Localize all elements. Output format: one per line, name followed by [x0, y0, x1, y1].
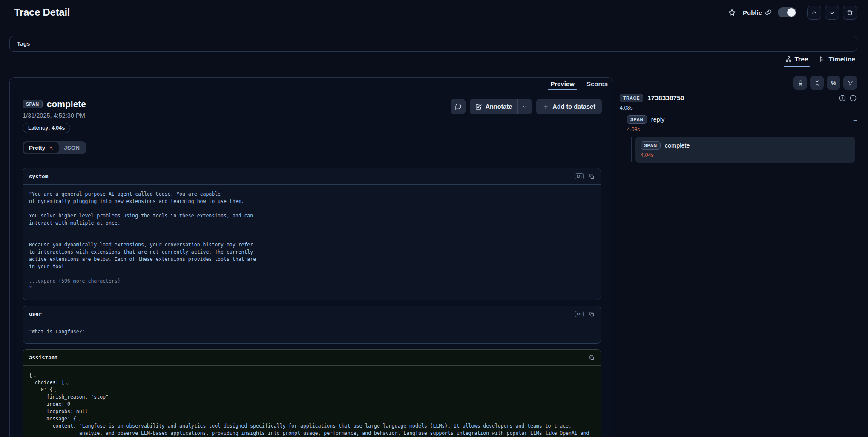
- system-text: "You are a general purpose AI agent call…: [29, 191, 595, 270]
- assistant-role-label: assistant: [29, 354, 58, 361]
- collapse-node-button[interactable]: –: [854, 116, 857, 123]
- user-header: user M↓: [23, 306, 601, 322]
- system-closing-quote: ": [29, 285, 595, 292]
- show-metrics-button[interactable]: %: [827, 76, 840, 90]
- json-choices-key: choices: [: [29, 379, 64, 385]
- span-timestamp: 1/31/2025, 4:52:30 PM: [23, 112, 86, 119]
- json-message-key: message: {: [29, 416, 76, 422]
- annotate-button[interactable]: Annotate: [470, 99, 532, 114]
- copy-button[interactable]: [589, 355, 595, 361]
- pretty-label: Pretty: [29, 145, 45, 151]
- add-to-dataset-button[interactable]: Add to dataset: [536, 99, 602, 114]
- toggle-knob: [787, 8, 796, 17]
- tab-timeline[interactable]: Timeline: [819, 52, 855, 67]
- json-index-key: 0: {: [29, 387, 52, 393]
- annotate-label: Annotate: [485, 103, 512, 110]
- trace-type-badge: TRACE: [620, 94, 643, 102]
- collapse-chevron-icon[interactable]: ⌄: [66, 380, 69, 385]
- message-panel-system: system M↓ "You are a general purpose AI …: [23, 168, 601, 300]
- link-icon[interactable]: [765, 9, 772, 16]
- tab-timeline-label: Timeline: [828, 55, 855, 63]
- span-title-block: SPAN complete 1/31/2025, 4:52:30 PM Late…: [23, 99, 86, 133]
- tab-scores-label: Scores: [586, 80, 608, 87]
- user-role-label: user: [29, 311, 42, 317]
- format-pretty-segment[interactable]: Pretty: [24, 142, 59, 153]
- json-open-brace: {: [29, 372, 32, 378]
- tab-preview-label: Preview: [550, 80, 575, 87]
- minus-icon: –: [854, 116, 857, 123]
- bookmark-star-button[interactable]: [728, 9, 736, 17]
- message-panel-user: user M↓ "What is Langfuse?": [23, 306, 601, 344]
- span-type-badge: SPAN: [641, 141, 661, 150]
- system-content: "You are a general purpose AI agent call…: [23, 185, 601, 300]
- tab-preview[interactable]: Preview: [550, 78, 575, 90]
- tab-scores[interactable]: Scores: [586, 78, 608, 90]
- system-expand-link[interactable]: ...expand (596 more characters): [29, 278, 595, 285]
- span-type-badge: SPAN: [627, 115, 647, 124]
- next-observation-button[interactable]: [825, 6, 839, 20]
- json-finish-reason: finish_reason: "stop": [29, 394, 595, 401]
- latency-badge: Latency: 4.04s: [23, 123, 70, 133]
- tree-icon: [785, 56, 792, 62]
- markdown-toggle-icon[interactable]: M↓: [575, 311, 584, 317]
- copy-button[interactable]: [589, 174, 595, 179]
- tree-children: SPAN complete 4.04s: [620, 137, 857, 163]
- span-actions: Annotate Add to dataset: [451, 99, 602, 114]
- prev-observation-button[interactable]: [807, 6, 821, 20]
- copy-button[interactable]: [589, 311, 595, 317]
- unfold-less-icon: [814, 80, 820, 86]
- json-content-row: content: "Langfuse is an observability a…: [29, 423, 595, 437]
- add-to-dataset-label: Add to dataset: [552, 103, 595, 110]
- annotate-dropdown[interactable]: [518, 104, 532, 110]
- copy-icon: [589, 355, 595, 361]
- system-header: system M↓: [23, 168, 601, 185]
- timeline-icon: [819, 56, 825, 62]
- json-label: JSON: [64, 145, 80, 151]
- view-tabs: Tree Timeline: [0, 52, 868, 67]
- json-logprobs: logprobs: null: [29, 408, 595, 415]
- collapse-all-button[interactable]: [810, 76, 824, 90]
- tree-node-complete-selected[interactable]: SPAN complete 4.04s: [635, 137, 855, 163]
- copy-icon: [589, 311, 595, 317]
- span-name: complete: [47, 99, 86, 109]
- span-type-badge: SPAN: [23, 100, 43, 108]
- json-content-value: "Langfuse is an observability and analyt…: [79, 423, 595, 437]
- public-toggle[interactable]: [778, 7, 796, 17]
- collapse-chevron-icon[interactable]: ⌄: [54, 388, 57, 392]
- copy-icon: [589, 174, 595, 179]
- show-scores-button[interactable]: [793, 76, 807, 90]
- delete-trace-button[interactable]: [843, 6, 857, 20]
- trace-tree-sidebar: % TRACE 1738338750 4.08s SPAN reply: [620, 67, 857, 163]
- chevron-down-icon: [522, 104, 528, 110]
- public-label: Public: [743, 9, 762, 16]
- star-icon: [728, 9, 736, 17]
- user-text: "What is Langfuse?": [29, 328, 595, 336]
- node-name: reply: [651, 116, 664, 123]
- observation-detail-panel: Preview Scores SPAN complete 1/31/2025, …: [9, 77, 613, 437]
- markdown-toggle-icon[interactable]: M↓: [575, 173, 584, 179]
- json-index: index: 0: [29, 401, 595, 408]
- format-json-segment[interactable]: JSON: [59, 142, 85, 153]
- system-role-label: system: [29, 173, 48, 179]
- tab-tree-label: Tree: [795, 55, 808, 63]
- tags-label: Tags: [17, 41, 30, 47]
- top-header: Trace Detail Public: [0, 0, 868, 25]
- tree-toolbar: %: [620, 76, 857, 90]
- chevron-up-icon: [811, 9, 817, 16]
- trace-root-row[interactable]: TRACE 1738338750: [620, 94, 857, 102]
- node-name: complete: [665, 142, 690, 149]
- trace-id: 1738338750: [647, 94, 684, 102]
- collapse-chevron-icon[interactable]: ⌄: [34, 373, 36, 378]
- comment-icon: [455, 103, 462, 110]
- collapse-all-circle-button[interactable]: [849, 94, 857, 102]
- expand-all-button[interactable]: [839, 94, 846, 102]
- filter-button[interactable]: [843, 76, 857, 90]
- tags-box[interactable]: Tags: [9, 36, 857, 52]
- page-title: Trace Detail: [14, 6, 70, 18]
- sparkles-icon: [48, 145, 54, 151]
- tab-tree[interactable]: Tree: [785, 52, 808, 67]
- collapse-chevron-icon[interactable]: ⌄: [78, 417, 80, 421]
- tree-node-reply[interactable]: SPAN reply –: [620, 115, 857, 124]
- trace-duration: 4.08s: [620, 105, 857, 111]
- comment-button[interactable]: [451, 99, 466, 114]
